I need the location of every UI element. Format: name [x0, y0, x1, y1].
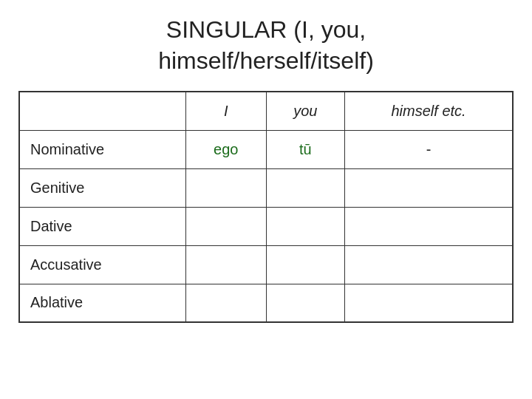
ablative-you [266, 284, 345, 322]
nominative-row: Nominative ego tū - [19, 130, 513, 168]
genitive-label: Genitive [19, 168, 185, 207]
nominative-i: ego [185, 130, 266, 168]
genitive-you [266, 168, 345, 207]
dative-row: Dative [19, 207, 513, 245]
accusative-label: Accusative [19, 245, 185, 284]
header-you: you [266, 92, 345, 130]
ablative-label: Ablative [19, 284, 185, 322]
dative-i [185, 207, 266, 245]
header-himself: himself etc. [345, 92, 513, 130]
accusative-himself [345, 245, 513, 284]
header-row: I you himself etc. [19, 92, 513, 130]
genitive-i [185, 168, 266, 207]
dative-you [266, 207, 345, 245]
nominative-label: Nominative [19, 130, 185, 168]
ablative-row: Ablative [19, 284, 513, 322]
accusative-you [266, 245, 345, 284]
nominative-you: tū [266, 130, 345, 168]
declension-table: I you himself etc. Nominative ego tū - G… [18, 91, 514, 323]
ablative-i [185, 284, 266, 322]
dative-label: Dative [19, 207, 185, 245]
page-title: SINGULAR (I, you, himself/herself/itself… [158, 15, 374, 76]
dative-himself [345, 207, 513, 245]
main-table-wrapper: I you himself etc. Nominative ego tū - G… [18, 91, 514, 323]
genitive-himself [345, 168, 513, 207]
header-empty [19, 92, 185, 130]
nominative-himself: - [345, 130, 513, 168]
accusative-i [185, 245, 266, 284]
ablative-himself [345, 284, 513, 322]
header-i: I [185, 92, 266, 130]
genitive-row: Genitive [19, 168, 513, 207]
accusative-row: Accusative [19, 245, 513, 284]
